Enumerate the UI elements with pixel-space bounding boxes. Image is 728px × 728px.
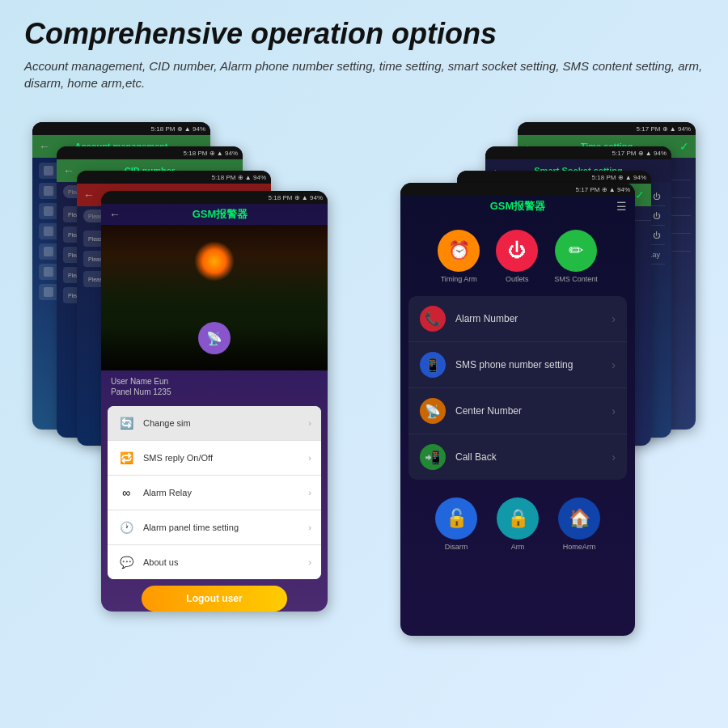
- alarm-relay-arrow: ›: [308, 488, 311, 497]
- outlets-col: ⏻ Outlets: [496, 230, 538, 283]
- main-left-topbar: ← GSM报警器: [101, 204, 328, 225]
- sms-status-bar: 5:18 PM ⊕ ▲ 94%: [457, 171, 651, 184]
- account-status-bar: 5:18 PM ⊕ ▲ 94%: [32, 122, 210, 135]
- sms-content-button[interactable]: ✏: [555, 230, 597, 272]
- header-subtitle: Account management, CID number, Alarm ph…: [24, 57, 704, 91]
- disarm-col: 🔓 Disarm: [435, 497, 477, 551]
- alarm-relay-icon: ∞: [117, 484, 135, 502]
- sms-content-col: ✏ SMS Content: [554, 230, 598, 283]
- disarm-label: Disarm: [445, 543, 468, 551]
- logout-button[interactable]: Logout user: [142, 586, 287, 612]
- timing-arm-label: Timing Arm: [441, 275, 477, 283]
- time-check-icon[interactable]: ✓: [679, 140, 689, 153]
- header-title: Comprehensive operation options: [24, 16, 704, 51]
- menu-item-alarm-relay[interactable]: ∞ Alarm Relay ›: [108, 476, 321, 510]
- change-sim-arrow: ›: [308, 418, 311, 428]
- call-back-arrow: ›: [612, 451, 616, 463]
- device-avatar: 📡: [198, 322, 231, 354]
- alarm-relay-label: Alarm Relay: [143, 488, 308, 497]
- call-back-label: Call Back: [455, 451, 612, 463]
- page-container: Comprehensive operation options Account …: [0, 0, 728, 728]
- main-right-status: 5:17 PM ⊕ ▲ 94%: [400, 183, 635, 196]
- socket-status-bar: 5:17 PM ⊕ ▲ 94%: [485, 146, 671, 159]
- sms-reply-arrow: ›: [308, 453, 311, 463]
- bottom-circle-buttons: 🔓 Disarm 🔒 Arm 🏠 HomeArm: [400, 486, 635, 559]
- homearm-button[interactable]: 🏠: [558, 497, 600, 540]
- sim-icon: 🔄: [117, 414, 135, 432]
- right-menu-sms-phone[interactable]: 📱 SMS phone number setting ›: [408, 342, 627, 388]
- center-number-arrow: ›: [612, 404, 616, 417]
- screens-container: 5:18 PM ⊕ ▲ 94% ← Account management Ple…: [24, 106, 704, 688]
- main-right-topbar: GSM报警器 ☰: [400, 196, 635, 217]
- main-left-back-icon[interactable]: ←: [109, 208, 121, 221]
- arm-button[interactable]: 🔒: [497, 497, 539, 540]
- alarm-number-label: Alarm Number: [455, 313, 612, 324]
- menu-item-time-setting[interactable]: 🕐 Alarm panel time setting ›: [108, 510, 321, 545]
- alarm-number-icon: 📞: [420, 306, 446, 332]
- about-us-label: About us: [143, 557, 308, 567]
- sms-phone-arrow: ›: [612, 358, 616, 371]
- sms-check-icon[interactable]: ✓: [635, 188, 645, 201]
- cid-back-arrow: ←: [63, 164, 74, 177]
- right-menu-call-back[interactable]: 📲 Call Back ›: [408, 434, 627, 480]
- disarm-button[interactable]: 🔓: [435, 497, 477, 540]
- main-left-gsm-title: GSM报警器: [121, 207, 320, 222]
- about-us-arrow: ›: [308, 557, 311, 567]
- outlets-label: Outlets: [506, 275, 529, 283]
- account-back-arrow: ←: [39, 140, 50, 153]
- sms-phone-icon: 📱: [420, 352, 446, 378]
- time-status-bar: 5:17 PM ⊕ ▲ 94%: [518, 122, 696, 135]
- time-setting-arrow: ›: [308, 523, 311, 532]
- user-info: User Name Eun Panel Num 1235: [101, 370, 328, 403]
- right-menu-alarm-number[interactable]: 📞 Alarm Number ›: [408, 296, 627, 342]
- menu-item-about-us[interactable]: 💬 About us ›: [108, 545, 321, 579]
- sms-phone-label: SMS phone number setting: [455, 359, 612, 370]
- right-menu-center-number[interactable]: 📡 Center Number ›: [408, 388, 627, 434]
- alarm-status-bar: 5:18 PM ⊕ ▲ 94%: [77, 171, 271, 184]
- sms-reply-label: SMS reply On/Off: [143, 453, 308, 463]
- screen-main-left: 5:18 PM ⊕ ▲ 94% ← GSM报警器 📡 User Name Eun…: [101, 191, 328, 612]
- main-right-gsm-title: GSM报警器: [408, 199, 627, 214]
- main-left-status: 5:18 PM ⊕ ▲ 94%: [101, 191, 328, 204]
- timing-arm-button[interactable]: ⏰: [438, 230, 480, 272]
- main-left-menu: 🔄 Change sim › 🔁 SMS reply On/Off › ∞ Al…: [108, 406, 321, 579]
- hamburger-icon[interactable]: ☰: [616, 200, 627, 213]
- timing-arm-col: ⏰ Timing Arm: [438, 230, 480, 283]
- user-name: User Name Eun: [111, 377, 318, 386]
- alarm-back-arrow: ←: [83, 188, 95, 201]
- menu-item-sms-reply[interactable]: 🔁 SMS reply On/Off ›: [108, 441, 321, 476]
- outlets-button[interactable]: ⏻: [496, 230, 538, 272]
- main-left-forest: 📡: [101, 225, 328, 370]
- time-setting-label: Alarm panel time setting: [143, 523, 308, 532]
- cid-status-bar: 5:18 PM ⊕ ▲ 94%: [57, 146, 243, 159]
- arm-label: Arm: [511, 543, 525, 551]
- about-us-icon: 💬: [117, 553, 135, 571]
- screen-main-right: 5:17 PM ⊕ ▲ 94% GSM报警器 ☰ ⏰ Timing Arm ⏻ …: [400, 183, 635, 636]
- time-setting-icon: 🕐: [117, 518, 135, 536]
- homearm-label: HomeArm: [563, 543, 596, 551]
- call-back-icon: 📲: [420, 444, 446, 470]
- change-sim-label: Change sim: [143, 418, 308, 428]
- top-circle-buttons: ⏰ Timing Arm ⏻ Outlets ✏ SMS Content: [400, 217, 635, 290]
- alarm-number-arrow: ›: [612, 312, 616, 325]
- center-number-icon: 📡: [420, 398, 446, 424]
- panel-num: Panel Num 1235: [111, 387, 318, 396]
- center-number-label: Center Number: [455, 405, 612, 417]
- sms-reply-icon: 🔁: [117, 449, 135, 467]
- right-menu-list: 📞 Alarm Number › 📱 SMS phone number sett…: [408, 296, 627, 480]
- menu-item-change-sim[interactable]: 🔄 Change sim ›: [108, 406, 321, 441]
- arm-col: 🔒 Arm: [497, 497, 539, 551]
- sms-content-label: SMS Content: [554, 275, 598, 283]
- homearm-col: 🏠 HomeArm: [558, 497, 600, 551]
